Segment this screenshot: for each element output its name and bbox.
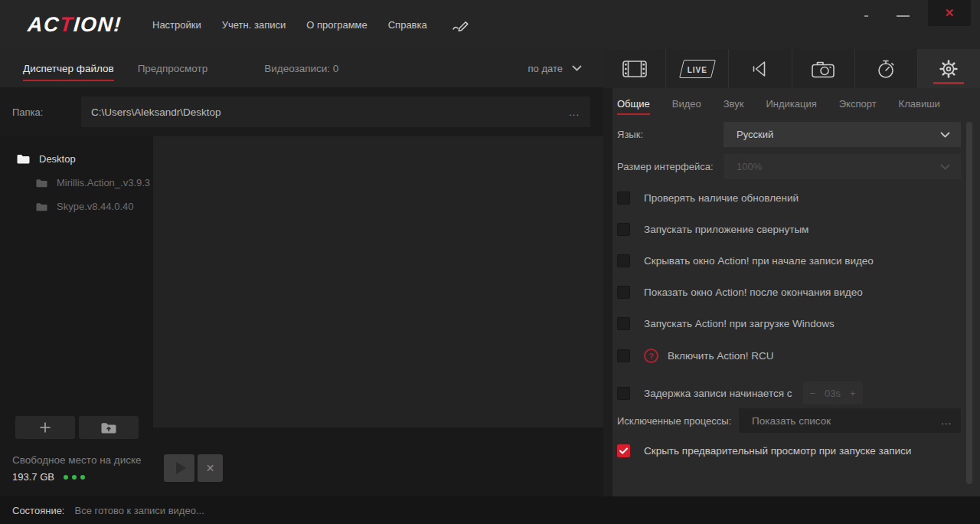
menu-accounts[interactable]: Учетн. записи — [222, 19, 286, 31]
hide-on-record-checkbox[interactable] — [617, 254, 630, 267]
status-label: Состояние: — [12, 505, 64, 516]
folder-icon — [36, 202, 47, 211]
excluded-processes-browse-button[interactable]: ... — [941, 415, 952, 427]
settings-tab-hud[interactable]: Индикация — [766, 98, 816, 110]
settings-tab-audio[interactable]: Звук — [724, 98, 744, 110]
chevron-down-icon — [940, 164, 950, 170]
browse-folder-button[interactable]: ... — [569, 106, 580, 118]
stepper-plus-button[interactable]: + — [850, 388, 856, 399]
logo-part2: ION! — [73, 13, 122, 36]
settings-tab-hotkeys[interactable]: Клавиши — [899, 98, 940, 110]
speaker-icon — [752, 60, 769, 78]
folder-open-icon — [101, 422, 116, 434]
excluded-processes-input[interactable]: Показать список ... — [739, 408, 961, 433]
file-list-empty — [153, 136, 603, 427]
check-updates-label: Проверять наличие обновлений — [644, 192, 799, 204]
autostart-row: Запускать Action! при загрузке Windows — [617, 317, 980, 330]
check-updates-row: Проверять наличие обновлений — [617, 192, 980, 205]
tree-item-folder[interactable]: Skype.v8.44.0.40 — [36, 201, 153, 212]
show-after-record-checkbox[interactable] — [617, 286, 630, 299]
menu-help[interactable]: Справка — [388, 19, 427, 31]
pen-tool-button[interactable] — [452, 18, 472, 31]
folder-path-value: C:\Users\Aleksandr\Desktop — [91, 106, 221, 118]
mode-tab-settings[interactable] — [918, 49, 980, 88]
plus-icon — [39, 421, 51, 434]
check-updates-checkbox[interactable] — [617, 192, 630, 205]
mode-tab-live-streaming[interactable]: LIVE — [666, 49, 729, 88]
close-button[interactable]: ✕ — [928, 0, 971, 26]
minimize-button[interactable] — [897, 15, 910, 17]
live-icon: LIVE — [679, 60, 716, 78]
file-manager-content: Desktop Mirillis.Action_.v3.9.3 Skype.v8… — [0, 136, 603, 496]
disk-free-value: 193.7 GB — [12, 471, 54, 483]
mode-tab-audio-recording[interactable] — [729, 49, 792, 88]
excluded-processes-value: Показать список — [752, 415, 831, 427]
ui-size-value: 100% — [737, 161, 762, 172]
settings-tabs: Общие Видео Звук Индикация Экспорт Клави… — [612, 88, 980, 119]
tree-item-desktop[interactable]: Desktop — [17, 153, 153, 165]
settings-body: Общие Видео Звук Индикация Экспорт Клави… — [603, 88, 980, 496]
add-folder-button[interactable] — [15, 416, 75, 439]
app-logo: ACTION! — [27, 13, 122, 37]
gear-icon — [939, 59, 959, 79]
play-button[interactable] — [164, 454, 194, 482]
status-bar: Состояние: Все готово к записи видео... — [0, 496, 980, 524]
settings-tab-export[interactable]: Экспорт — [839, 98, 877, 110]
record-delay-row: Задержка записи начинается с − 03s + — [617, 382, 980, 404]
settings-tab-video[interactable]: Видео — [672, 98, 701, 110]
folder-path-input[interactable]: C:\Users\Aleksandr\Desktop ... — [81, 97, 590, 127]
settings-form: Язык: Русский Размер интерфейса: 100% — [612, 119, 980, 496]
main-menu: Настройки Учетн. записи О программе Спра… — [152, 19, 427, 31]
language-select[interactable]: Русский — [724, 122, 961, 147]
menu-about[interactable]: О программе — [306, 19, 368, 31]
delete-recording-button[interactable]: ✕ — [198, 454, 223, 482]
hide-preview-label: Скрыть предварительный просмотр при запу… — [644, 445, 911, 457]
file-manager-tabs: Диспетчер файлов Предпросмотр Видеозапис… — [0, 49, 603, 87]
settings-tab-general[interactable]: Общие — [617, 98, 650, 110]
tab-file-manager[interactable]: Диспетчер файлов — [23, 63, 114, 74]
tray-minimize-button[interactable] — [864, 15, 868, 17]
mode-tab-screenshots[interactable] — [792, 49, 855, 88]
title-bar: ACTION! Настройки Учетн. записи О програ… — [0, 0, 980, 49]
show-after-record-row: Показать окно Action! после окончания ви… — [617, 286, 980, 299]
help-icon[interactable]: ? — [644, 349, 658, 363]
main-area: Диспетчер файлов Предпросмотр Видеозапис… — [0, 49, 980, 496]
show-after-record-label: Показать окно Action! после окончания ви… — [644, 287, 863, 298]
mode-tab-benchmark[interactable] — [855, 49, 918, 88]
stepper-minus-button[interactable]: − — [810, 388, 816, 399]
autostart-checkbox[interactable] — [617, 317, 630, 330]
language-value: Русский — [737, 129, 773, 140]
tree-item-folder[interactable]: Mirillis.Action_.v3.9.3 — [36, 177, 153, 188]
tab-preview[interactable]: Предпросмотр — [138, 63, 208, 74]
record-delay-checkbox[interactable] — [617, 387, 630, 400]
open-folder-button[interactable] — [79, 416, 139, 439]
start-minimized-label: Запускать приложение свернутым — [644, 224, 808, 235]
rcu-checkbox[interactable] — [617, 349, 630, 362]
start-minimized-checkbox[interactable] — [617, 223, 630, 236]
folder-label: Папка: — [12, 106, 81, 118]
tree-item-label: Desktop — [39, 153, 76, 165]
ui-size-row: Размер интерфейса: 100% — [617, 154, 980, 179]
folder-row: Папка: C:\Users\Aleksandr\Desktop ... — [0, 87, 603, 136]
mode-tab-video-recording[interactable] — [603, 49, 666, 88]
settings-panel: LIVE — [603, 49, 980, 496]
settings-scrollbar[interactable] — [966, 122, 972, 484]
hide-preview-row: Скрыть предварительный просмотр при запу… — [617, 444, 980, 457]
close-icon: ✕ — [945, 6, 955, 20]
sort-label: по дате — [528, 63, 563, 74]
ui-size-select[interactable]: 100% — [724, 154, 961, 179]
pen-icon — [452, 18, 472, 31]
sort-dropdown[interactable]: по дате — [528, 63, 582, 74]
folder-icon — [17, 154, 30, 164]
disk-status-dots-icon — [64, 475, 85, 480]
app-window: ACTION! Настройки Учетн. записи О програ… — [0, 0, 980, 524]
record-delay-label: Задержка записи начинается с — [644, 388, 792, 399]
tree-item-label: Skype.v8.44.0.40 — [57, 201, 133, 212]
hide-on-record-row: Скрывать окно Action! при начале записи … — [617, 254, 980, 267]
menu-settings[interactable]: Настройки — [152, 19, 201, 31]
file-list-area: ✕ — [153, 136, 603, 496]
recordings-count: Видеозаписи: 0 — [264, 63, 338, 74]
play-icon — [176, 462, 186, 474]
hide-preview-checkbox[interactable] — [617, 444, 630, 457]
status-value: Все готово к записи видео... — [74, 505, 204, 516]
